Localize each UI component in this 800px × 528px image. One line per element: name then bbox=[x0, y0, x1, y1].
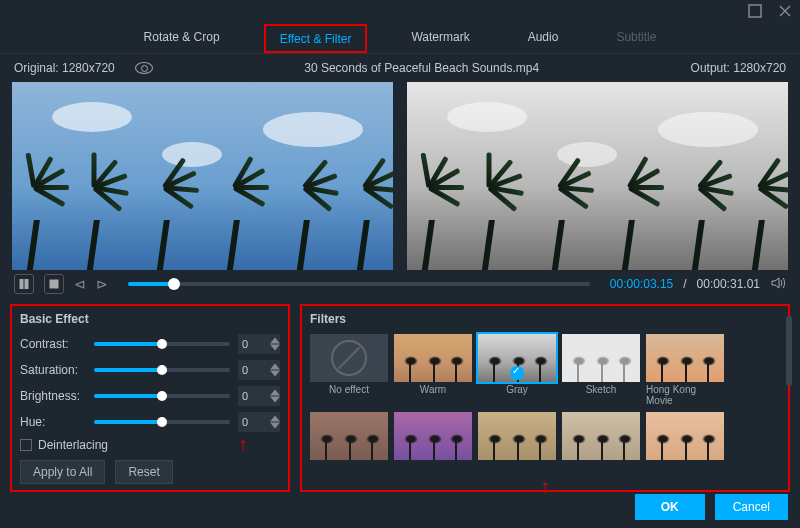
prev-frame-button[interactable]: ⊲ bbox=[74, 277, 86, 291]
brightness-label: Brightness: bbox=[20, 389, 86, 403]
contrast-spinner[interactable]: 0 bbox=[238, 334, 280, 354]
filter-label: Gray bbox=[506, 384, 528, 395]
original-resolution: Original: 1280x720 bbox=[14, 61, 115, 75]
basic-effect-panel: Basic Effect Contrast: 0 Saturation: 0 B… bbox=[10, 304, 290, 492]
svg-rect-1 bbox=[20, 279, 23, 289]
eye-icon[interactable] bbox=[135, 62, 153, 74]
tab-rotate-crop[interactable]: Rotate & Crop bbox=[130, 24, 234, 53]
apply-to-all-button[interactable]: Apply to All bbox=[20, 460, 105, 484]
next-frame-button[interactable]: ⊳ bbox=[96, 277, 108, 291]
contrast-slider[interactable] bbox=[94, 342, 230, 346]
contrast-label: Contrast: bbox=[20, 337, 86, 351]
basic-effect-title: Basic Effect bbox=[20, 312, 280, 326]
playback-controls: ⊲ ⊳ 00:00:03.15/00:00:31.01 bbox=[0, 270, 800, 298]
filter-sketch[interactable] bbox=[562, 334, 640, 382]
tab-subtitle[interactable]: Subtitle bbox=[602, 24, 670, 53]
filter-gray[interactable] bbox=[478, 334, 556, 382]
saturation-label: Saturation: bbox=[20, 363, 86, 377]
filter-item[interactable] bbox=[310, 412, 388, 460]
preview-output bbox=[407, 82, 788, 270]
arrow-up-icon: ↑ bbox=[540, 476, 550, 496]
filter-item[interactable] bbox=[478, 412, 556, 460]
tab-effect-filter[interactable]: Effect & Filter bbox=[264, 24, 368, 53]
filter-warm[interactable] bbox=[394, 334, 472, 382]
preview-original bbox=[12, 82, 393, 270]
filter-label: No effect bbox=[329, 384, 369, 395]
filter-label: Hong Kong Movie bbox=[646, 384, 724, 406]
check-icon bbox=[510, 366, 524, 380]
brightness-slider[interactable] bbox=[94, 394, 230, 398]
tab-watermark[interactable]: Watermark bbox=[397, 24, 483, 53]
maximize-icon[interactable] bbox=[748, 4, 762, 21]
volume-icon[interactable] bbox=[770, 275, 786, 294]
filters-scrollbar[interactable] bbox=[786, 316, 792, 386]
filters-panel: Filters No effect Warm Gray Sketch Hong … bbox=[300, 304, 790, 492]
stop-button[interactable] bbox=[44, 274, 64, 294]
timeline-slider[interactable] bbox=[128, 282, 590, 286]
reset-button[interactable]: Reset bbox=[115, 460, 172, 484]
filter-label: Warm bbox=[420, 384, 446, 395]
saturation-spinner[interactable]: 0 bbox=[238, 360, 280, 380]
hue-label: Hue: bbox=[20, 415, 86, 429]
output-resolution: Output: 1280x720 bbox=[691, 61, 786, 75]
tab-bar: Rotate & Crop Effect & Filter Watermark … bbox=[0, 24, 800, 54]
filter-item[interactable] bbox=[646, 412, 724, 460]
ok-button[interactable]: OK bbox=[635, 494, 705, 520]
pause-button[interactable] bbox=[14, 274, 34, 294]
time-total: 00:00:31.01 bbox=[697, 277, 760, 291]
saturation-slider[interactable] bbox=[94, 368, 230, 372]
cancel-button[interactable]: Cancel bbox=[715, 494, 788, 520]
filter-no-effect[interactable] bbox=[310, 334, 388, 382]
hue-spinner[interactable]: 0 bbox=[238, 412, 280, 432]
hue-slider[interactable] bbox=[94, 420, 230, 424]
deinterlacing-label: Deinterlacing bbox=[38, 438, 108, 452]
close-icon[interactable] bbox=[778, 4, 792, 21]
time-current: 00:00:03.15 bbox=[610, 277, 673, 291]
time-separator: / bbox=[683, 277, 686, 291]
svg-rect-2 bbox=[25, 279, 28, 289]
info-bar: Original: 1280x720 30 Seconds of Peacefu… bbox=[0, 54, 800, 82]
filter-hong-kong-movie[interactable] bbox=[646, 334, 724, 382]
svg-rect-0 bbox=[749, 5, 761, 17]
filter-label: Sketch bbox=[586, 384, 617, 395]
arrow-up-icon: ↑ bbox=[238, 434, 248, 454]
tab-audio[interactable]: Audio bbox=[514, 24, 573, 53]
filters-title: Filters bbox=[310, 312, 780, 326]
filter-item[interactable] bbox=[562, 412, 640, 460]
deinterlacing-checkbox[interactable] bbox=[20, 439, 32, 451]
svg-rect-3 bbox=[50, 280, 58, 288]
filename-label: 30 Seconds of Peaceful Beach Sounds.mp4 bbox=[153, 61, 691, 75]
filter-item[interactable] bbox=[394, 412, 472, 460]
brightness-spinner[interactable]: 0 bbox=[238, 386, 280, 406]
